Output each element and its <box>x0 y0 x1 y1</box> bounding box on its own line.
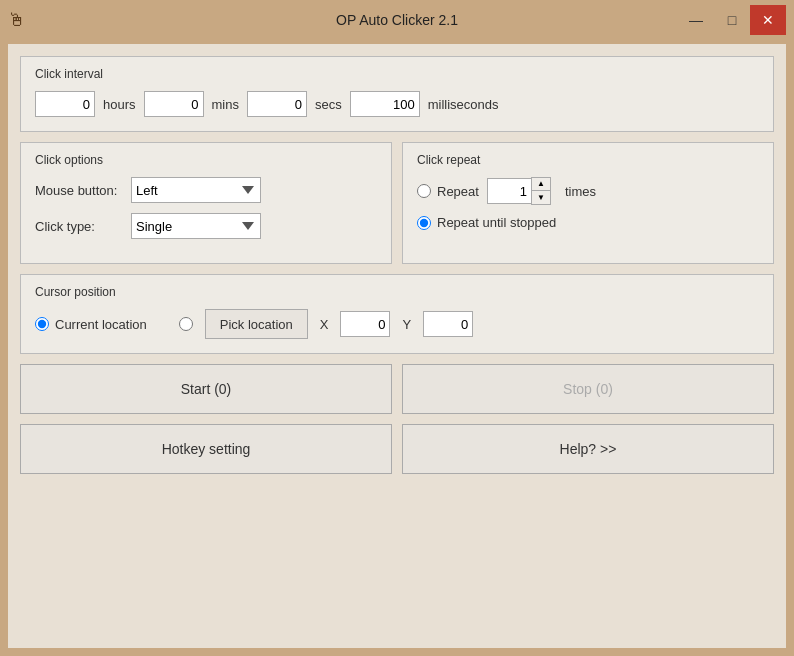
current-location-radio[interactable] <box>35 317 49 331</box>
cursor-row: Current location Pick location X Y <box>35 309 759 339</box>
repeat-until-radio-label[interactable]: Repeat until stopped <box>417 215 556 230</box>
ms-input[interactable] <box>350 91 420 117</box>
spin-buttons: ▲ ▼ <box>531 177 551 205</box>
pick-location-button[interactable]: Pick location <box>205 309 308 339</box>
secs-unit: secs <box>315 97 342 112</box>
cursor-position-label: Cursor position <box>35 285 759 299</box>
help-button[interactable]: Help? >> <box>402 424 774 474</box>
click-interval-label: Click interval <box>35 67 759 81</box>
window-controls: — □ ✕ <box>678 5 786 35</box>
repeat-radio[interactable] <box>417 184 431 198</box>
start-stop-row: Start (0) Stop (0) <box>20 364 774 414</box>
hours-input[interactable] <box>35 91 95 117</box>
repeat-radio-label[interactable]: Repeat <box>417 184 479 199</box>
repeat-until-row: Repeat until stopped <box>417 215 759 230</box>
hours-unit: hours <box>103 97 136 112</box>
secs-input[interactable] <box>247 91 307 117</box>
main-content: Click interval hours mins secs milliseco… <box>8 44 786 648</box>
app-icon: 🖱 <box>8 10 26 31</box>
options-repeat-row: Click options Mouse button: Left Middle … <box>20 142 774 264</box>
stop-button[interactable]: Stop (0) <box>402 364 774 414</box>
minimize-button[interactable]: — <box>678 5 714 35</box>
mins-input[interactable] <box>144 91 204 117</box>
click-interval-section: Click interval hours mins secs milliseco… <box>20 56 774 132</box>
start-button[interactable]: Start (0) <box>20 364 392 414</box>
click-options-section: Click options Mouse button: Left Middle … <box>20 142 392 264</box>
spin-down-button[interactable]: ▼ <box>532 191 550 204</box>
current-location-radio-label[interactable]: Current location <box>35 317 147 332</box>
mouse-button-row: Mouse button: Left Middle Right <box>35 177 377 203</box>
repeat-until-radio[interactable] <box>417 216 431 230</box>
y-label: Y <box>402 317 411 332</box>
titlebar: 🖱 OP Auto Clicker 2.1 — □ ✕ <box>0 0 794 40</box>
spin-container: ▲ ▼ <box>487 177 551 205</box>
click-type-row: Click type: Single Double <box>35 213 377 239</box>
spin-up-button[interactable]: ▲ <box>532 178 550 191</box>
maximize-button[interactable]: □ <box>714 5 750 35</box>
pick-location-radio[interactable] <box>179 317 193 331</box>
close-button[interactable]: ✕ <box>750 5 786 35</box>
mouse-button-label: Mouse button: <box>35 183 125 198</box>
hotkey-help-row: Hotkey setting Help? >> <box>20 424 774 474</box>
click-repeat-section: Click repeat Repeat ▲ ▼ times <box>402 142 774 264</box>
cursor-position-section: Cursor position Current location Pick lo… <box>20 274 774 354</box>
click-options-label: Click options <box>35 153 377 167</box>
app-title: OP Auto Clicker 2.1 <box>336 12 458 28</box>
repeat-until-text: Repeat until stopped <box>437 215 556 230</box>
times-label: times <box>565 184 596 199</box>
y-input[interactable] <box>423 311 473 337</box>
hotkey-button[interactable]: Hotkey setting <box>20 424 392 474</box>
repeat-text: Repeat <box>437 184 479 199</box>
interval-row: hours mins secs milliseconds <box>35 91 759 117</box>
click-repeat-label: Click repeat <box>417 153 759 167</box>
mins-unit: mins <box>212 97 239 112</box>
ms-unit: milliseconds <box>428 97 499 112</box>
click-type-select[interactable]: Single Double <box>131 213 261 239</box>
mouse-button-select[interactable]: Left Middle Right <box>131 177 261 203</box>
current-location-text: Current location <box>55 317 147 332</box>
repeat-row: Repeat ▲ ▼ times <box>417 177 759 205</box>
x-input[interactable] <box>340 311 390 337</box>
repeat-count-input[interactable] <box>487 178 531 204</box>
click-type-label: Click type: <box>35 219 125 234</box>
x-label: X <box>320 317 329 332</box>
